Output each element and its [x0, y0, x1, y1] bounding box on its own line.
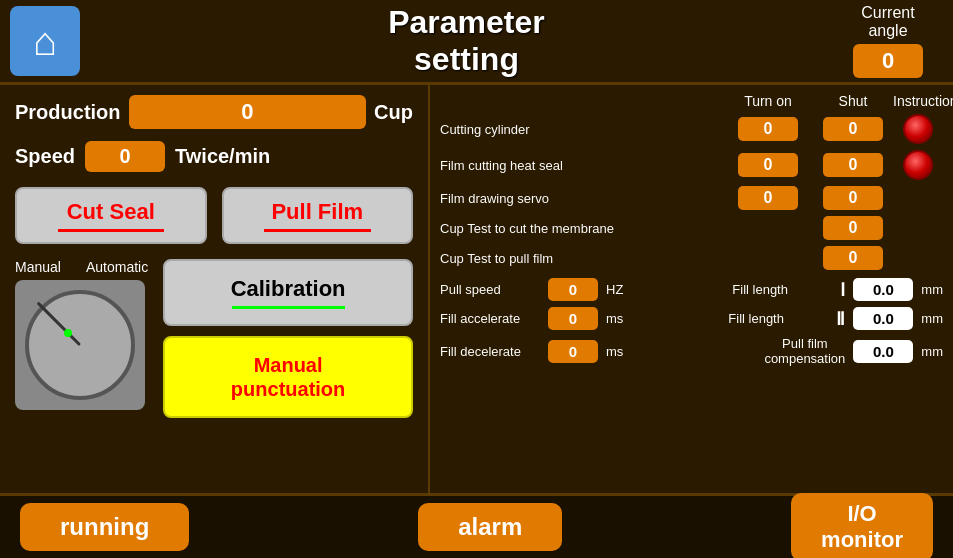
- action-buttons-row: Cut Seal Pull Film: [15, 187, 413, 244]
- pull-speed-row: Pull speed 0 HZ Fill length Ⅰ 0.0 mm: [440, 278, 943, 301]
- automatic-label: Automatic: [86, 259, 148, 275]
- cutting-cylinder-turnon[interactable]: 0: [738, 117, 798, 141]
- dial-needle: [37, 302, 82, 347]
- cutting-cylinder-shut[interactable]: 0: [823, 117, 883, 141]
- fill-length2-label: Fill length: [728, 311, 828, 326]
- table-row: Cutting cylinder 0 0: [440, 114, 943, 144]
- film-cutting-indicator: [903, 150, 933, 180]
- home-button[interactable]: ⌂: [10, 6, 80, 76]
- fill-decelerate-row: Fill decelerate 0 ms Pull filmcompensati…: [440, 336, 943, 366]
- cup-label: Cup: [374, 101, 413, 124]
- twice-label: Twice/min: [175, 145, 270, 168]
- production-value[interactable]: 0: [129, 95, 367, 129]
- table-row: Film drawing servo 0 0: [440, 186, 943, 210]
- cup-test-cut-shut[interactable]: 0: [823, 216, 883, 240]
- fill-decelerate-unit: ms: [606, 344, 623, 359]
- right-side-buttons: Calibration Manualpunctuation: [163, 259, 413, 418]
- dial-outer: [25, 290, 135, 400]
- table-header: Turn on Shut Instructions: [440, 93, 943, 109]
- main-content: Production 0 Cup Speed 0 Twice/min Cut S…: [0, 85, 953, 493]
- cut-seal-underline: [58, 229, 165, 232]
- production-label: Production: [15, 101, 121, 124]
- fill-length2-icon: Ⅱ: [836, 308, 845, 330]
- fill-accelerate-label: Fill accelerate: [440, 311, 540, 326]
- calibration-button[interactable]: Calibration: [163, 259, 413, 326]
- col-turnon-header: Turn on: [723, 93, 813, 109]
- fill-accelerate-row: Fill accelerate 0 ms Fill length Ⅱ 0.0 m…: [440, 307, 943, 330]
- manual-punctuation-label: Manualpunctuation: [175, 353, 401, 401]
- fill-accelerate-value[interactable]: 0: [548, 307, 598, 330]
- footer: running alarm I/Omonitor: [0, 493, 953, 558]
- fill-decelerate-label: Fill decelerate: [440, 344, 540, 359]
- production-row: Production 0 Cup: [15, 95, 413, 129]
- right-panel: Turn on Shut Instructions Cutting cylind…: [430, 85, 953, 493]
- pull-film-button[interactable]: Pull Film: [222, 187, 414, 244]
- pull-film-comp-value[interactable]: 0.0: [853, 340, 913, 363]
- fill-length2-unit: mm: [921, 311, 943, 326]
- dial-dot: [64, 329, 72, 337]
- header: ⌂ Parametersetting Currentangle 0: [0, 0, 953, 85]
- cut-seal-button[interactable]: Cut Seal: [15, 187, 207, 244]
- fill-length1-unit: mm: [921, 282, 943, 297]
- row-label-cup-test-pull: Cup Test to pull film: [440, 251, 723, 266]
- film-drawing-shut[interactable]: 0: [823, 186, 883, 210]
- film-drawing-turnon[interactable]: 0: [738, 186, 798, 210]
- bottom-params: Pull speed 0 HZ Fill length Ⅰ 0.0 mm Fil…: [440, 278, 943, 366]
- fill-accelerate-unit: ms: [606, 311, 623, 326]
- table-row: Cup Test to cut the membrane 0: [440, 216, 943, 240]
- table-row: Cup Test to pull film 0: [440, 246, 943, 270]
- pull-film-underline: [264, 229, 371, 232]
- fill-length1-value[interactable]: 0.0: [853, 278, 913, 301]
- manual-auto-row: Manual Automatic Calibration Manualpunct…: [15, 259, 413, 418]
- pull-speed-value[interactable]: 0: [548, 278, 598, 301]
- running-button[interactable]: running: [20, 503, 189, 551]
- manual-label: Manual: [15, 259, 61, 275]
- row-label-cutting-cylinder: Cutting cylinder: [440, 122, 723, 137]
- manual-auto-label: Manual Automatic: [15, 259, 148, 275]
- cup-test-pull-shut[interactable]: 0: [823, 246, 883, 270]
- film-cutting-shut[interactable]: 0: [823, 153, 883, 177]
- speed-row: Speed 0 Twice/min: [15, 141, 413, 172]
- pull-film-comp-unit: mm: [921, 344, 943, 359]
- fill-decelerate-value[interactable]: 0: [548, 340, 598, 363]
- pull-film-label: Pull Film: [229, 199, 407, 225]
- page-title: Parametersetting: [80, 4, 853, 78]
- row-label-film-drawing-servo: Film drawing servo: [440, 191, 723, 206]
- pull-film-comp-label: Pull filmcompensation: [764, 336, 845, 366]
- dial-area: Manual Automatic: [15, 259, 148, 410]
- fill-length2-value[interactable]: 0.0: [853, 307, 913, 330]
- speed-label: Speed: [15, 145, 75, 168]
- cut-seal-label: Cut Seal: [22, 199, 200, 225]
- manual-punctuation-button[interactable]: Manualpunctuation: [163, 336, 413, 418]
- alarm-button[interactable]: alarm: [418, 503, 562, 551]
- film-cutting-turnon[interactable]: 0: [738, 153, 798, 177]
- table-row: Film cutting heat seal 0 0: [440, 150, 943, 180]
- cutting-cylinder-indicator: [903, 114, 933, 144]
- col-label-header: [440, 93, 723, 109]
- dial-container[interactable]: [15, 280, 145, 410]
- row-label-cup-test-cut: Cup Test to cut the membrane: [440, 221, 723, 236]
- home-icon: ⌂: [33, 19, 57, 64]
- col-shut-header: Shut: [813, 93, 893, 109]
- pull-speed-label: Pull speed: [440, 282, 540, 297]
- pull-speed-unit: HZ: [606, 282, 623, 297]
- fill-length1-label: Fill length: [732, 282, 832, 297]
- header-title-area: Parametersetting: [80, 4, 853, 78]
- current-angle-area: Currentangle 0: [853, 4, 923, 78]
- row-label-film-cutting-heat-seal: Film cutting heat seal: [440, 158, 723, 173]
- fill-length1-icon: Ⅰ: [840, 279, 845, 301]
- left-panel: Production 0 Cup Speed 0 Twice/min Cut S…: [0, 85, 430, 493]
- current-angle-label: Currentangle: [861, 4, 914, 40]
- current-angle-value: 0: [853, 44, 923, 78]
- calibration-underline: [232, 306, 345, 309]
- col-instructions-header: Instructions: [893, 93, 943, 109]
- speed-value[interactable]: 0: [85, 141, 165, 172]
- calibration-label: Calibration: [175, 276, 401, 302]
- io-monitor-button[interactable]: I/Omonitor: [791, 493, 933, 558]
